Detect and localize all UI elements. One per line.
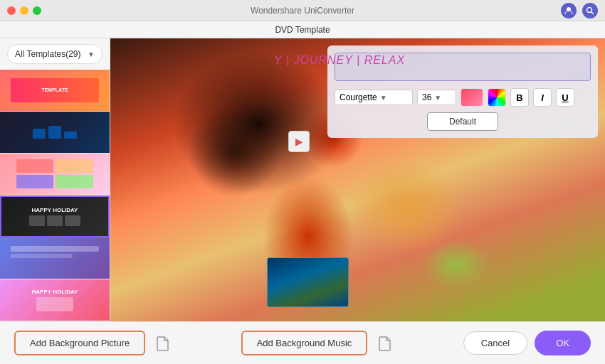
text-color-button[interactable] (461, 88, 483, 107)
minimize-button[interactable] (20, 6, 28, 15)
template-thumb-1[interactable]: TEMPLATE (0, 70, 110, 112)
app-title: Wondershare UniConverter (251, 6, 354, 16)
size-chevron-icon: ▼ (434, 94, 441, 102)
titlebar: Wondershare UniConverter (0, 0, 605, 21)
sidebar-header: All Templates(29) ▼ (0, 38, 110, 70)
color-picker-button[interactable] (488, 88, 506, 107)
preview-area: Courgette ▼ 36 ▼ B I U Default Y | JOURN… (110, 38, 605, 321)
maximize-button[interactable] (33, 6, 41, 15)
subtitle-bar: DVD Template (0, 21, 605, 38)
template-dropdown[interactable]: All Templates(29) ▼ (7, 44, 102, 64)
add-bg-picture-button[interactable]: Add Background Picture (14, 331, 145, 355)
sidebar: All Templates(29) ▼ TEMPLATE (0, 38, 110, 321)
template-thumb-5[interactable] (0, 237, 110, 279)
template-thumb-6[interactable]: HAPPY HOLIDAY (0, 279, 110, 321)
footer: Add Background Picture Add Background Mu… (0, 321, 605, 364)
bg-picture-section: Add Background Picture (14, 331, 172, 355)
titlebar-actions[interactable] (561, 3, 598, 18)
journey-text: Y | JOURNEY | RELAX (274, 54, 405, 66)
font-select[interactable]: Courgette ▼ (335, 90, 413, 105)
page-title: DVD Template (275, 25, 330, 35)
formatting-toolbar: Courgette ▼ 36 ▼ B I U (335, 88, 591, 107)
font-size-select[interactable]: 36 ▼ (417, 90, 456, 105)
chevron-down-icon: ▼ (88, 50, 95, 58)
svg-point-1 (587, 7, 592, 12)
font-chevron-icon: ▼ (380, 94, 387, 102)
template-thumb-2[interactable] (0, 112, 110, 154)
bg-music-section: Add Background Music (186, 331, 449, 355)
close-button[interactable] (7, 6, 16, 15)
user-icon[interactable] (561, 3, 577, 18)
window-controls[interactable] (7, 6, 41, 15)
default-btn-row: Default (335, 112, 591, 131)
dropdown-label: All Templates(29) (15, 49, 80, 59)
template-thumb-4[interactable]: HAPPY HOLIDAY (0, 196, 110, 238)
underline-button[interactable]: U (556, 88, 574, 107)
ok-button[interactable]: OK (535, 331, 591, 355)
play-icon: ▶ (295, 136, 303, 147)
default-button[interactable]: Default (427, 112, 498, 131)
bg-picture-file-icon[interactable] (152, 333, 172, 353)
play-button[interactable]: ▶ (288, 131, 310, 152)
font-name: Courgette (340, 92, 377, 102)
add-bg-music-button[interactable]: Add Background Music (241, 331, 368, 355)
dialog-actions: Cancel OK (463, 331, 591, 355)
preview-thumbnail (267, 257, 349, 307)
template-list: TEMPLATE (0, 70, 110, 321)
relax-text-overlay: Y | JOURNEY | RELAX (274, 54, 405, 67)
bg-music-file-icon[interactable] (374, 333, 394, 353)
italic-button[interactable]: I (533, 88, 552, 107)
svg-line-2 (591, 11, 594, 14)
search-icon[interactable] (582, 3, 598, 18)
main-layout: All Templates(29) ▼ TEMPLATE (0, 38, 605, 321)
bold-button[interactable]: B (510, 88, 529, 107)
font-size: 36 (422, 92, 431, 102)
template-thumb-3[interactable] (0, 154, 110, 196)
cancel-button[interactable]: Cancel (463, 331, 527, 355)
play-button-container: ▶ (288, 131, 310, 152)
